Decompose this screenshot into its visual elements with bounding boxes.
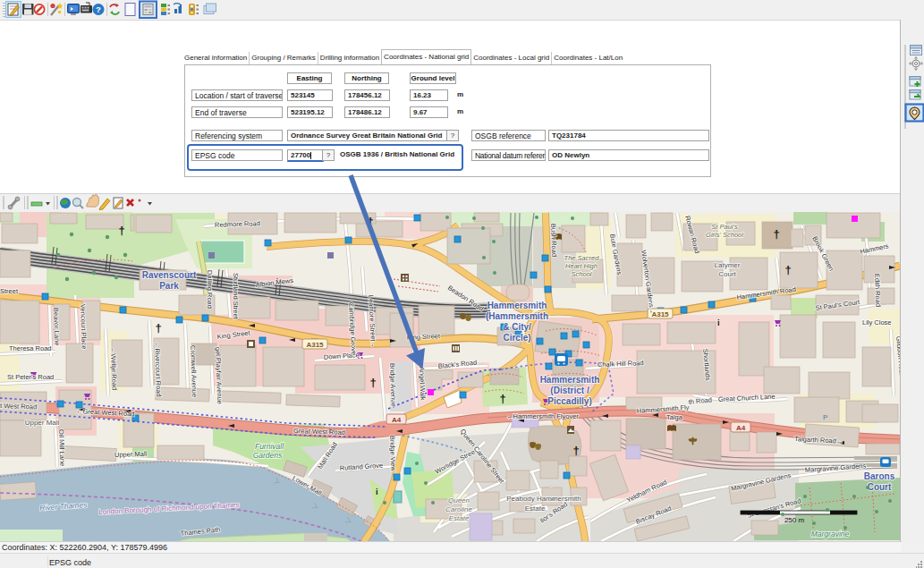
- svg-text:Bridge View: Bridge View: [388, 436, 397, 472]
- svg-text:Redmore Road: Redmore Road: [215, 219, 260, 229]
- svg-text:i: i: [376, 487, 378, 496]
- svg-text:†: †: [155, 321, 161, 335]
- svg-text:Park: Park: [159, 281, 179, 291]
- svg-text:School: School: [572, 270, 592, 278]
- svg-text:Upper Mall: Upper Mall: [114, 450, 148, 459]
- svg-text:Dalling Road: Dalling Road: [206, 270, 214, 309]
- svg-text:Talga: Talga: [666, 413, 683, 421]
- svg-text:Piccadilly): Piccadilly): [547, 396, 591, 406]
- svg-text:†: †: [784, 263, 791, 276]
- svg-text:t West Road: t West Road: [0, 402, 37, 411]
- svg-text:Latymer: Latymer: [715, 261, 741, 269]
- svg-text:A315: A315: [306, 341, 324, 349]
- svg-text:St Paul's: St Paul's: [711, 223, 738, 231]
- svg-text:←Weltje Road: ←Weltje Road: [109, 347, 119, 391]
- svg-text:Ravenscourt: Ravenscourt: [142, 270, 197, 280]
- svg-text:250 m: 250 m: [784, 516, 805, 524]
- svg-text:St Peter's Road: St Peter's Road: [7, 373, 54, 381]
- svg-text:Vencourt Place: Vencourt Place: [79, 304, 89, 350]
- svg-text:Chalk Hill Road: Chalk Hill Road: [598, 359, 644, 369]
- svg-text:†: †: [369, 376, 376, 389]
- svg-text:Circle): Circle): [503, 333, 530, 343]
- svg-text:†: †: [572, 444, 579, 457]
- svg-text:Hammersmith: Hammersmith: [487, 301, 547, 310]
- svg-text:Margravine: Margravine: [811, 530, 850, 538]
- svg-text:& City/: & City/: [503, 322, 531, 332]
- svg-text:i: i: [717, 318, 720, 327]
- svg-text:Girls' School: Girls' School: [706, 231, 743, 239]
- svg-text:P: P: [823, 413, 828, 421]
- svg-text:Beavor Lane: Beavor Lane: [52, 308, 61, 346]
- svg-text:←Hammersmith Flyover: ←Hammersmith Flyover: [506, 412, 579, 420]
- svg-text:?: ?: [96, 4, 101, 14]
- svg-text:Theresa Road: Theresa Road: [9, 344, 52, 352]
- svg-text:(District /: (District /: [550, 386, 589, 395]
- svg-text:Queen: Queen: [448, 496, 470, 504]
- svg-text:Furnivall: Furnivall: [255, 442, 284, 451]
- svg-text:Oil Mill Lane: Oil Mill Lane: [57, 429, 66, 467]
- svg-text:A4: A4: [392, 416, 402, 424]
- svg-text:Estate: Estate: [449, 514, 470, 522]
- svg-text:Studland Street: Studland Street: [232, 273, 240, 320]
- svg-text:Barons: Barons: [864, 471, 895, 481]
- svg-text:†: †: [773, 227, 779, 241]
- svg-text:The Sacred: The Sacred: [564, 254, 600, 262]
- svg-text:Court: Court: [718, 270, 736, 278]
- svg-text:†: †: [118, 224, 124, 237]
- svg-text:Hammersmith: Hammersmith: [540, 375, 600, 385]
- svg-text:Heart High: Heart High: [565, 262, 598, 270]
- svg-text:Lily Close: Lily Close: [862, 318, 892, 326]
- svg-text:Street: Street: [0, 287, 19, 295]
- svg-text:Edith Road: Edith Road: [873, 274, 882, 307]
- svg-text:Caroline: Caroline: [445, 505, 472, 513]
- svg-text:Peabody Hammersmith: Peabody Hammersmith: [506, 495, 581, 503]
- svg-text:Upper Mall: Upper Mall: [25, 419, 60, 427]
- svg-text:†: †: [499, 392, 505, 405]
- svg-text:Court: Court: [868, 482, 892, 492]
- svg-text:Estate: Estate: [525, 504, 546, 513]
- svg-text:(Hammersmith: (Hammersmith: [486, 311, 548, 321]
- svg-text:Gardens: Gardens: [253, 451, 283, 460]
- svg-text:Bush Road: Bush Road: [549, 224, 558, 257]
- svg-text:A4: A4: [736, 424, 746, 432]
